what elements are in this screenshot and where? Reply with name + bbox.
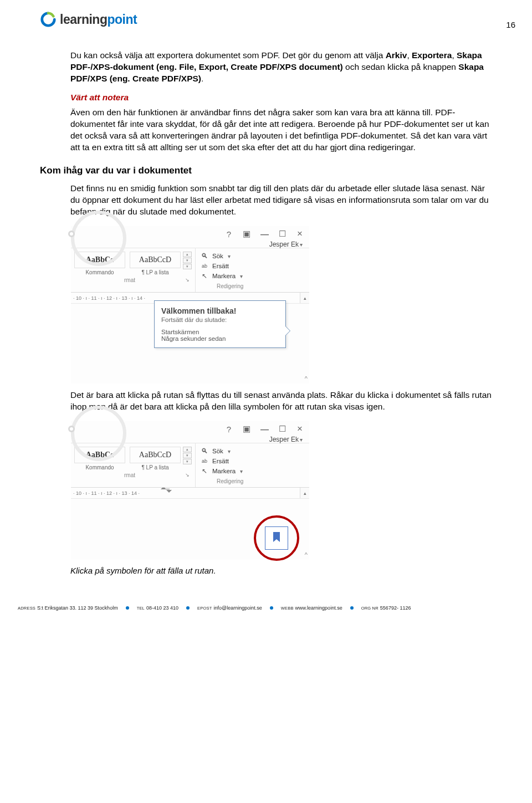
logo-text: learningpoint (60, 12, 137, 27)
style-preview-2[interactable]: AaBbCcD (130, 252, 181, 268)
close-icon[interactable]: × (296, 423, 304, 434)
maximize-icon[interactable]: ☐ (278, 424, 286, 434)
minimize-icon[interactable]: — (260, 229, 268, 239)
styles-scroll-up-icon[interactable]: ▴ (183, 252, 192, 257)
paragraph-export-pdf: Du kan också välja att exportera dokumen… (70, 50, 492, 85)
paragraph-note: Även om den här funktionen är användbar … (70, 107, 492, 154)
heading-remember-position: Kom ihåg var du var i dokumentet (40, 165, 492, 176)
document-area[interactable] (71, 499, 309, 564)
binoculars-icon: 🔍︎ (200, 447, 209, 455)
styles-scroll-up-icon[interactable]: ▴ (183, 447, 192, 452)
callout-time: Några sekunder sedan (161, 335, 279, 342)
select-button[interactable]: ↖Markera▾ (200, 466, 305, 476)
ribbon-display-options-icon[interactable]: ▣ (243, 229, 250, 239)
callout-section: Startskärmen (161, 329, 279, 335)
account-name[interactable]: Jesper Ek▾ (269, 436, 303, 443)
help-icon[interactable]: ? (225, 424, 233, 434)
account-name[interactable]: Jesper Ek▾ (269, 241, 303, 248)
word-screenshot-1: ? ▣ — ☐ × Jesper Ek▾ AaBbCc AaBbCcD (70, 226, 310, 384)
cursor-icon: ↖ (200, 467, 209, 475)
styles-more-icon[interactable]: ▾ (183, 459, 192, 464)
replace-button[interactable]: abErsätt (200, 456, 305, 466)
figure-caption: Klicka på symbolen för att fälla ut ruta… (70, 566, 492, 575)
word-screenshot-2: ? ▣ — ☐ × Jesper Ek▾ AaBbCc AaBbCcD (70, 421, 310, 560)
scroll-up-icon[interactable]: ▴ (300, 488, 309, 498)
logo: learningpoint (40, 11, 492, 28)
logo-icon (40, 11, 57, 28)
page-footer: ADRESSS:t Eriksgatan 33. 112 39 Stockhol… (0, 597, 532, 620)
scroll-up-icon[interactable]: ▴ (300, 293, 309, 303)
page-number: 16 (506, 20, 515, 29)
callout-title: Välkommen tillbaka! (161, 306, 279, 315)
styles-launcher-icon[interactable]: ↘ (185, 472, 190, 478)
resume-reading-callout[interactable]: Välkommen tillbaka! Fortsätt där du slut… (154, 300, 286, 348)
paragraph-intro-resume: Det finns nu en smidig funktion som snab… (70, 183, 492, 218)
ribbon-display-options-icon[interactable]: ▣ (243, 424, 250, 434)
replace-icon: ab (200, 263, 209, 269)
styles-scroll-down-icon[interactable]: ▾ (183, 258, 192, 263)
annotation-circle (254, 515, 299, 561)
binoculars-icon: 🔍︎ (200, 252, 209, 260)
editing-group: 🔍︎Sök▾ abErsätt ↖Markera▾ Redigering (196, 443, 309, 487)
styles-scroll-down-icon[interactable]: ▾ (183, 453, 192, 458)
find-button[interactable]: 🔍︎Sök▾ (200, 251, 305, 261)
styles-more-icon[interactable]: ▾ (183, 264, 192, 269)
maximize-icon[interactable]: ☐ (278, 229, 286, 239)
help-icon[interactable]: ? (225, 229, 233, 239)
paragraph-click-instructions: Det är bara att klicka på rutan så flytt… (70, 390, 492, 413)
cursor-icon: ↖ (200, 272, 209, 280)
replace-icon: ab (200, 458, 209, 464)
styles-launcher-icon[interactable]: ↘ (185, 277, 190, 283)
callout-subtitle: Fortsätt där du slutade: (161, 316, 279, 323)
select-button[interactable]: ↖Markera▾ (200, 271, 305, 281)
document-area[interactable]: Välkommen tillbaka! Fortsätt där du slut… (71, 304, 309, 392)
minimize-icon[interactable]: — (260, 424, 268, 434)
note-heading: Värt att notera (70, 93, 492, 103)
close-icon[interactable]: × (296, 228, 304, 239)
editing-group: 🔍︎Sök▾ abErsätt ↖Markera▾ Redigering (196, 248, 309, 292)
ruler[interactable]: · 10 · ı · 11 · ı · 12 · ı · 13 · 14 · ▴ (71, 488, 309, 499)
find-button[interactable]: 🔍︎Sök▾ (200, 446, 305, 456)
style-preview-2[interactable]: AaBbCcD (130, 447, 181, 463)
replace-button[interactable]: abErsätt (200, 261, 305, 271)
